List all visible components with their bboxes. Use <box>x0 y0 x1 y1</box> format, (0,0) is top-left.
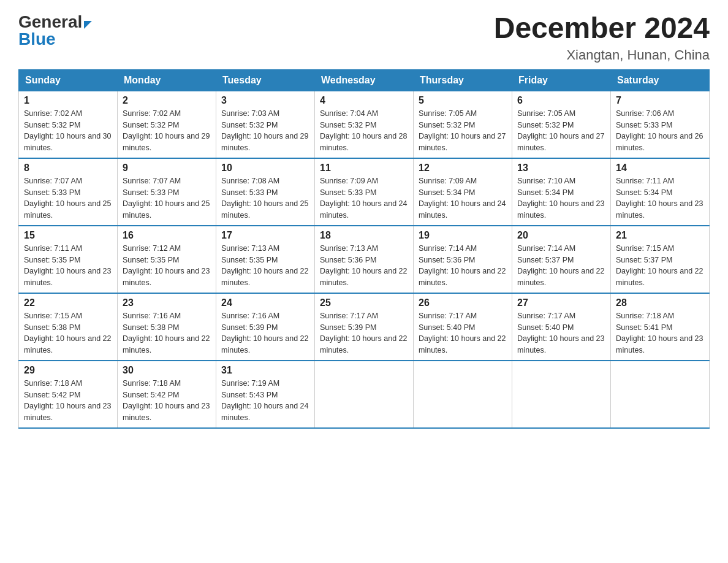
day-number: 27 <box>517 297 605 308</box>
logo-blue-text: Blue <box>18 29 56 48</box>
calendar-cell: 14 Sunrise: 7:11 AM Sunset: 5:34 PM Dayl… <box>611 158 710 226</box>
day-info: Sunrise: 7:07 AM Sunset: 5:33 PM Dayligh… <box>123 175 211 221</box>
day-info: Sunrise: 7:09 AM Sunset: 5:33 PM Dayligh… <box>320 175 408 221</box>
day-info: Sunrise: 7:05 AM Sunset: 5:32 PM Dayligh… <box>517 108 605 154</box>
day-info: Sunrise: 7:19 AM Sunset: 5:43 PM Dayligh… <box>221 378 309 424</box>
day-info: Sunrise: 7:08 AM Sunset: 5:33 PM Dayligh… <box>221 175 309 221</box>
title-section: December 2024 Xiangtan, Hunan, China <box>494 12 710 63</box>
day-info: Sunrise: 7:13 AM Sunset: 5:35 PM Dayligh… <box>221 243 309 289</box>
calendar-cell: 30 Sunrise: 7:18 AM Sunset: 5:42 PM Dayl… <box>118 361 216 428</box>
calendar-cell: 25 Sunrise: 7:17 AM Sunset: 5:39 PM Dayl… <box>315 293 414 361</box>
day-info: Sunrise: 7:17 AM Sunset: 5:40 PM Dayligh… <box>419 310 507 356</box>
calendar-cell: 3 Sunrise: 7:03 AM Sunset: 5:32 PM Dayli… <box>216 91 315 158</box>
calendar-week-3: 15 Sunrise: 7:11 AM Sunset: 5:35 PM Dayl… <box>19 226 710 293</box>
calendar-cell <box>512 361 611 428</box>
calendar-week-5: 29 Sunrise: 7:18 AM Sunset: 5:42 PM Dayl… <box>19 361 710 428</box>
day-number: 17 <box>221 230 309 241</box>
day-number: 21 <box>616 230 704 241</box>
calendar-cell: 9 Sunrise: 7:07 AM Sunset: 5:33 PM Dayli… <box>118 158 216 226</box>
day-info: Sunrise: 7:02 AM Sunset: 5:32 PM Dayligh… <box>24 108 112 154</box>
day-number: 23 <box>123 297 211 308</box>
calendar-week-4: 22 Sunrise: 7:15 AM Sunset: 5:38 PM Dayl… <box>19 293 710 361</box>
calendar-cell: 27 Sunrise: 7:17 AM Sunset: 5:40 PM Dayl… <box>512 293 611 361</box>
calendar-cell: 7 Sunrise: 7:06 AM Sunset: 5:33 PM Dayli… <box>611 91 710 158</box>
day-number: 7 <box>616 95 704 106</box>
calendar-week-2: 8 Sunrise: 7:07 AM Sunset: 5:33 PM Dayli… <box>19 158 710 226</box>
calendar-table: SundayMondayTuesdayWednesdayThursdayFrid… <box>18 69 710 429</box>
day-info: Sunrise: 7:17 AM Sunset: 5:40 PM Dayligh… <box>517 310 605 356</box>
calendar-cell: 5 Sunrise: 7:05 AM Sunset: 5:32 PM Dayli… <box>414 91 512 158</box>
day-number: 20 <box>517 230 605 241</box>
day-number: 5 <box>419 95 507 106</box>
logo: General Blue <box>18 12 92 49</box>
day-number: 19 <box>419 230 507 241</box>
day-info: Sunrise: 7:17 AM Sunset: 5:39 PM Dayligh… <box>320 310 408 356</box>
calendar-title: December 2024 <box>494 12 710 45</box>
calendar-subtitle: Xiangtan, Hunan, China <box>494 47 710 63</box>
day-number: 3 <box>221 95 309 106</box>
day-info: Sunrise: 7:13 AM Sunset: 5:36 PM Dayligh… <box>320 243 408 289</box>
day-number: 8 <box>24 163 112 174</box>
day-info: Sunrise: 7:09 AM Sunset: 5:34 PM Dayligh… <box>419 175 507 221</box>
day-info: Sunrise: 7:11 AM Sunset: 5:35 PM Dayligh… <box>24 243 112 289</box>
calendar-cell: 17 Sunrise: 7:13 AM Sunset: 5:35 PM Dayl… <box>216 226 315 293</box>
calendar-cell: 22 Sunrise: 7:15 AM Sunset: 5:38 PM Dayl… <box>19 293 118 361</box>
day-number: 24 <box>221 297 309 308</box>
calendar-cell: 8 Sunrise: 7:07 AM Sunset: 5:33 PM Dayli… <box>19 158 118 226</box>
day-info: Sunrise: 7:16 AM Sunset: 5:39 PM Dayligh… <box>221 310 309 356</box>
day-info: Sunrise: 7:06 AM Sunset: 5:33 PM Dayligh… <box>616 108 704 154</box>
day-number: 16 <box>123 230 211 241</box>
page-header: General Blue December 2024 Xiangtan, Hun… <box>18 12 710 63</box>
day-number: 29 <box>24 365 112 376</box>
day-info: Sunrise: 7:16 AM Sunset: 5:38 PM Dayligh… <box>123 310 211 356</box>
calendar-cell: 19 Sunrise: 7:14 AM Sunset: 5:36 PM Dayl… <box>414 226 512 293</box>
calendar-cell: 26 Sunrise: 7:17 AM Sunset: 5:40 PM Dayl… <box>414 293 512 361</box>
calendar-cell: 18 Sunrise: 7:13 AM Sunset: 5:36 PM Dayl… <box>315 226 414 293</box>
column-header-tuesday: Tuesday <box>216 69 315 91</box>
calendar-cell: 21 Sunrise: 7:15 AM Sunset: 5:37 PM Dayl… <box>611 226 710 293</box>
day-number: 11 <box>320 163 408 174</box>
column-header-friday: Friday <box>512 69 611 91</box>
day-number: 26 <box>419 297 507 308</box>
day-number: 10 <box>221 163 309 174</box>
calendar-cell <box>414 361 512 428</box>
day-number: 1 <box>24 95 112 106</box>
day-info: Sunrise: 7:03 AM Sunset: 5:32 PM Dayligh… <box>221 108 309 154</box>
day-number: 14 <box>616 163 704 174</box>
calendar-cell: 10 Sunrise: 7:08 AM Sunset: 5:33 PM Dayl… <box>216 158 315 226</box>
day-info: Sunrise: 7:10 AM Sunset: 5:34 PM Dayligh… <box>517 175 605 221</box>
day-number: 13 <box>517 163 605 174</box>
calendar-cell: 23 Sunrise: 7:16 AM Sunset: 5:38 PM Dayl… <box>118 293 216 361</box>
day-number: 25 <box>320 297 408 308</box>
column-header-wednesday: Wednesday <box>315 69 414 91</box>
calendar-cell: 29 Sunrise: 7:18 AM Sunset: 5:42 PM Dayl… <box>19 361 118 428</box>
calendar-cell: 24 Sunrise: 7:16 AM Sunset: 5:39 PM Dayl… <box>216 293 315 361</box>
calendar-cell: 12 Sunrise: 7:09 AM Sunset: 5:34 PM Dayl… <box>414 158 512 226</box>
day-info: Sunrise: 7:12 AM Sunset: 5:35 PM Dayligh… <box>123 243 211 289</box>
day-number: 12 <box>419 163 507 174</box>
day-number: 15 <box>24 230 112 241</box>
day-number: 31 <box>221 365 309 376</box>
day-info: Sunrise: 7:04 AM Sunset: 5:32 PM Dayligh… <box>320 108 408 154</box>
calendar-cell <box>611 361 710 428</box>
day-info: Sunrise: 7:18 AM Sunset: 5:41 PM Dayligh… <box>616 310 704 356</box>
calendar-cell: 6 Sunrise: 7:05 AM Sunset: 5:32 PM Dayli… <box>512 91 611 158</box>
calendar-cell: 2 Sunrise: 7:02 AM Sunset: 5:32 PM Dayli… <box>118 91 216 158</box>
calendar-cell: 4 Sunrise: 7:04 AM Sunset: 5:32 PM Dayli… <box>315 91 414 158</box>
day-info: Sunrise: 7:14 AM Sunset: 5:36 PM Dayligh… <box>419 243 507 289</box>
day-number: 30 <box>123 365 211 376</box>
column-header-sunday: Sunday <box>19 69 118 91</box>
day-info: Sunrise: 7:02 AM Sunset: 5:32 PM Dayligh… <box>123 108 211 154</box>
column-header-saturday: Saturday <box>611 69 710 91</box>
calendar-header-row: SundayMondayTuesdayWednesdayThursdayFrid… <box>19 69 710 91</box>
day-number: 18 <box>320 230 408 241</box>
calendar-cell <box>315 361 414 428</box>
day-number: 4 <box>320 95 408 106</box>
day-info: Sunrise: 7:18 AM Sunset: 5:42 PM Dayligh… <box>123 378 211 424</box>
day-info: Sunrise: 7:05 AM Sunset: 5:32 PM Dayligh… <box>419 108 507 154</box>
day-number: 6 <box>517 95 605 106</box>
calendar-cell: 31 Sunrise: 7:19 AM Sunset: 5:43 PM Dayl… <box>216 361 315 428</box>
calendar-cell: 15 Sunrise: 7:11 AM Sunset: 5:35 PM Dayl… <box>19 226 118 293</box>
calendar-week-1: 1 Sunrise: 7:02 AM Sunset: 5:32 PM Dayli… <box>19 91 710 158</box>
column-header-monday: Monday <box>118 69 216 91</box>
